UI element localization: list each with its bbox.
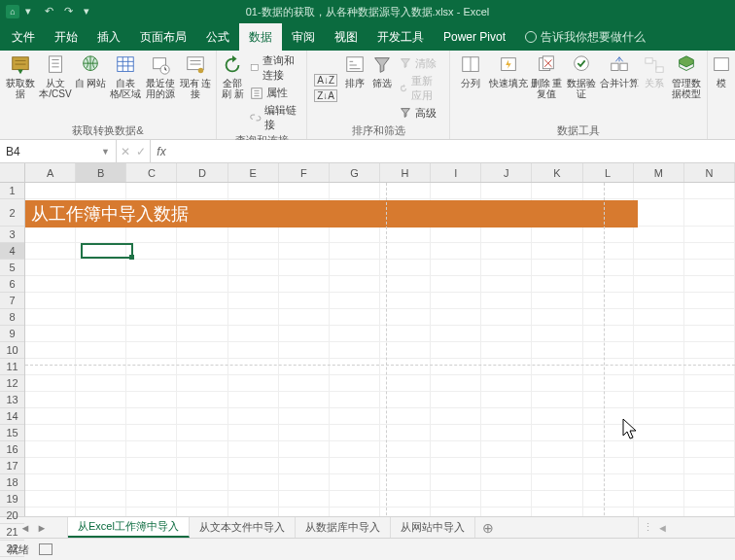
row-header-1[interactable]: 1: [0, 183, 24, 199]
row-header-15[interactable]: 15: [0, 425, 24, 441]
col-header-F[interactable]: F: [279, 163, 330, 182]
row-header-8[interactable]: 8: [0, 309, 24, 326]
queries-connections-button[interactable]: 查询和连接: [247, 52, 302, 84]
overflow-button[interactable]: 模: [712, 52, 731, 123]
row-header-13[interactable]: 13: [0, 392, 24, 408]
qat-redo-icon[interactable]: ↷: [64, 5, 78, 18]
cells-area[interactable]: 从工作簿中导入数据: [25, 183, 735, 516]
row-header-5[interactable]: 5: [0, 260, 24, 276]
tab-home[interactable]: 开始: [45, 23, 88, 51]
row-header-20[interactable]: 20: [0, 508, 24, 524]
advanced-filter-button[interactable]: 高级: [396, 105, 445, 122]
row-header-3[interactable]: 3: [0, 227, 24, 243]
tab-file[interactable]: 文件: [2, 23, 45, 51]
formula-input[interactable]: [172, 140, 735, 162]
sheet-tab-0[interactable]: 从Excel工作簿中导入: [68, 517, 190, 538]
tell-me[interactable]: 告诉我你想要做什么: [515, 23, 646, 51]
tab-view[interactable]: 视图: [325, 23, 368, 51]
properties-button[interactable]: 属性: [247, 85, 302, 101]
queries-icon: [250, 61, 260, 75]
row-header-4[interactable]: 4: [0, 243, 24, 260]
text-to-columns-button[interactable]: 分列: [454, 52, 487, 123]
spreadsheet-grid[interactable]: 1234567891011121314151617181920212223 AB…: [0, 163, 735, 516]
from-text-csv-button[interactable]: 从文 本/CSV: [39, 52, 72, 123]
name-box[interactable]: B4 ▼: [0, 140, 117, 162]
col-header-A[interactable]: A: [25, 163, 76, 182]
row-header-10[interactable]: 10: [0, 342, 24, 359]
tab-formulas[interactable]: 公式: [196, 23, 239, 51]
row-header-7[interactable]: 7: [0, 293, 24, 309]
row-header-18[interactable]: 18: [0, 474, 24, 491]
col-header-E[interactable]: E: [228, 163, 279, 182]
sheet-tab-1[interactable]: 从文本文件中导入: [190, 517, 296, 538]
sort-za-button[interactable]: Z↓A: [311, 88, 340, 103]
tab-developer[interactable]: 开发工具: [368, 23, 434, 51]
existing-connections-button[interactable]: 现有 连接: [179, 52, 212, 123]
bulb-icon: [525, 31, 537, 43]
relationships-icon: [644, 54, 665, 76]
col-header-K[interactable]: K: [532, 163, 582, 182]
row-header-2[interactable]: 2: [0, 199, 24, 227]
col-header-G[interactable]: G: [330, 163, 380, 182]
tab-data[interactable]: 数据: [239, 23, 282, 51]
tab-powerpivot[interactable]: Power Pivot: [434, 23, 515, 51]
data-validation-button[interactable]: 数据验 证: [565, 52, 598, 123]
from-web-button[interactable]: 自 网站: [74, 52, 107, 123]
sort-button[interactable]: 排序: [342, 52, 368, 123]
tab-pagelayout[interactable]: 页面布局: [130, 23, 196, 51]
consolidate-icon: [609, 54, 630, 76]
row-header-22[interactable]: 22: [0, 541, 24, 557]
add-sheet-button[interactable]: ⊕: [475, 517, 501, 538]
name-box-dropdown-icon[interactable]: ▼: [101, 147, 110, 157]
col-header-M[interactable]: M: [634, 163, 684, 182]
consolidate-button[interactable]: 合并计算: [600, 52, 639, 123]
fx-icon[interactable]: fx: [151, 140, 172, 162]
banner-cell[interactable]: 从工作簿中导入数据: [25, 200, 638, 228]
manage-data-model-button[interactable]: 管理数 据模型: [670, 52, 703, 123]
group-label-data-tools: 数据工具: [454, 123, 703, 139]
sheet-tab-2[interactable]: 从数据库中导入: [296, 517, 391, 538]
status-bar: 就绪: [0, 538, 735, 560]
relationships-button[interactable]: 关系: [641, 52, 668, 123]
col-header-H[interactable]: H: [380, 163, 431, 182]
qat-undo-icon[interactable]: ↶: [45, 5, 58, 18]
remove-duplicates-button[interactable]: 删除 重复值: [530, 52, 563, 123]
sheet-tab-3[interactable]: 从网站中导入: [391, 517, 475, 538]
col-header-C[interactable]: C: [126, 163, 177, 182]
recent-sources-button[interactable]: 最近使 用的源: [144, 52, 177, 123]
flash-fill-button[interactable]: 快速填充: [489, 52, 528, 123]
get-data-button[interactable]: 获取数 据: [4, 52, 37, 123]
tab-review[interactable]: 审阅: [282, 23, 325, 51]
enter-formula-icon[interactable]: ✓: [136, 145, 146, 158]
macro-record-icon[interactable]: [39, 543, 52, 555]
col-header-J[interactable]: J: [481, 163, 532, 182]
row-header-19[interactable]: 19: [0, 491, 24, 508]
filter-button[interactable]: 筛选: [369, 52, 395, 123]
select-all-corner[interactable]: [0, 163, 24, 183]
horizontal-scroll[interactable]: ⋮◄: [638, 517, 735, 538]
refresh-all-button[interactable]: 全部刷 新: [221, 52, 245, 133]
from-table-range-button[interactable]: 自表 格/区域: [109, 52, 142, 123]
row-header-17[interactable]: 17: [0, 458, 24, 474]
sort-az-button[interactable]: A↓Z: [311, 73, 340, 88]
app-icon: ⌂: [6, 5, 19, 18]
col-header-N[interactable]: N: [684, 163, 735, 182]
qat-save-icon[interactable]: ▾: [25, 5, 39, 18]
col-header-B[interactable]: B: [76, 163, 126, 182]
sheet-next-icon[interactable]: ►: [37, 522, 48, 534]
cancel-formula-icon[interactable]: ✕: [121, 145, 130, 158]
row-header-16[interactable]: 16: [0, 441, 24, 458]
row-header-9[interactable]: 9: [0, 326, 24, 342]
tab-insert[interactable]: 插入: [88, 23, 130, 51]
row-header-14[interactable]: 14: [0, 408, 24, 425]
qat-customize-icon[interactable]: ▾: [84, 5, 97, 18]
row-header-11[interactable]: 11: [0, 359, 24, 375]
col-header-D[interactable]: D: [177, 163, 228, 182]
row-header-12[interactable]: 12: [0, 375, 24, 392]
svg-rect-14: [542, 56, 553, 69]
col-header-I[interactable]: I: [431, 163, 481, 182]
row-header-21[interactable]: 21: [0, 524, 24, 541]
col-header-L[interactable]: L: [583, 163, 634, 182]
row-header-6[interactable]: 6: [0, 276, 24, 293]
edit-links-button[interactable]: 编辑链接: [247, 102, 302, 133]
